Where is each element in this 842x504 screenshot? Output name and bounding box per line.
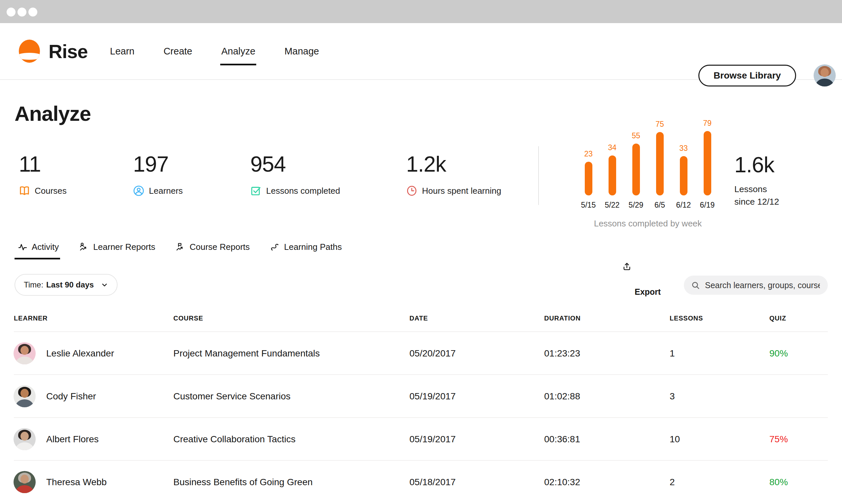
learner-name: Leslie Alexander [46, 332, 114, 375]
learner-avatar [14, 342, 36, 364]
bar [656, 132, 664, 195]
brand[interactable]: Rise [19, 23, 88, 79]
date-cell: 05/20/2017 [409, 332, 456, 375]
chart-bar-group[interactable]: 555/29 [624, 119, 648, 210]
column-header-lessons: LESSONS [670, 314, 703, 322]
tab-label: Activity [32, 242, 59, 252]
browse-library-button[interactable]: Browse Library [698, 65, 796, 87]
stat-courses: 11Courses [19, 153, 67, 196]
date-cell: 05/18/2017 [409, 461, 456, 504]
tab-learner-reports[interactable]: Learner Reports [79, 242, 155, 252]
duration-cell: 02:10:32 [544, 461, 580, 504]
time-filter-label: Time: [24, 280, 43, 289]
tab-learning-paths[interactable]: Learning Paths [270, 242, 342, 252]
table-row[interactable]: Leslie AlexanderProject Management Funda… [0, 332, 842, 375]
chart-bar-group[interactable]: 336/12 [671, 119, 695, 210]
bar-date-label: 5/15 [581, 201, 596, 210]
stat-label: Learners [149, 186, 183, 196]
lessons-cell: 2 [670, 461, 675, 504]
bar-date-label: 6/19 [700, 201, 715, 210]
bar-date-label: 5/22 [605, 201, 620, 210]
bar-date-label: 6/12 [676, 201, 691, 210]
nav-item-create[interactable]: Create [163, 46, 192, 57]
chart-summary: 1.6k Lessons since 12/12 [734, 154, 779, 208]
chevron-down-icon [101, 281, 108, 289]
learner-avatar [14, 428, 36, 450]
bar-value-label: 23 [584, 149, 593, 158]
window-control-dot[interactable] [29, 7, 37, 17]
bar-date-label: 6/5 [655, 201, 665, 210]
time-filter-dropdown[interactable]: Time: Last 90 days [15, 274, 118, 296]
stat-value: 954 [250, 153, 340, 175]
stat-hours-spent-learning: 1.2kHours spent learning [406, 153, 501, 196]
learner-name: Theresa Webb [46, 461, 107, 504]
chart-bar-group[interactable]: 345/22 [600, 119, 624, 210]
chart-bar-group[interactable]: 796/19 [695, 119, 719, 210]
window-titlebar [0, 0, 842, 23]
nav-item-analyze[interactable]: Analyze [221, 46, 255, 57]
stat-value: 1.2k [406, 153, 501, 175]
stat-label: Hours spent learning [422, 186, 501, 196]
chart-bar-group[interactable]: 235/15 [576, 119, 600, 210]
window-control-dot[interactable] [6, 7, 16, 17]
avatar-shirt [815, 78, 835, 87]
chart-bar-group[interactable]: 756/5 [648, 119, 671, 210]
table-row[interactable]: Theresa WebbBusiness Benefits of Going G… [0, 461, 842, 504]
upload-icon [622, 262, 632, 272]
brand-name: Rise [49, 40, 88, 62]
date-cell: 05/19/2017 [409, 418, 456, 461]
book-icon [19, 185, 30, 196]
lessons-cell: 10 [670, 418, 680, 461]
table-row[interactable]: Albert FloresCreative Collaboration Tact… [0, 418, 842, 461]
chart-summary-line2: since 12/12 [734, 195, 779, 208]
column-header-learner: LEARNER [14, 314, 48, 322]
bar [632, 144, 640, 195]
bar-value-label: 55 [632, 131, 640, 140]
page-title: Analyze [15, 102, 91, 125]
table-header: LEARNERCOURSEDATEDURATIONLESSONSQUIZ [0, 314, 842, 328]
learner-name: Albert Flores [46, 418, 99, 461]
window-control-dot[interactable] [18, 7, 26, 17]
chart-summary-label: Lessons since 12/12 [734, 183, 779, 208]
tab-label: Learner Reports [93, 242, 155, 252]
chart-summary-line1: Lessons [734, 183, 779, 195]
search-box [684, 275, 828, 295]
bar [585, 162, 592, 195]
column-header-duration: DURATION [544, 314, 580, 322]
learner-icon [133, 185, 144, 196]
main-nav: LearnCreateAnalyzeManage [110, 23, 319, 79]
quiz-score: 80% [769, 461, 788, 504]
tab-course-reports[interactable]: Course Reports [176, 242, 250, 252]
stat-learners: 197Learners [133, 153, 183, 196]
bar-value-label: 33 [679, 144, 688, 153]
learner-reports-icon [79, 242, 89, 252]
stat-value: 11 [19, 153, 67, 175]
stat-lessons-completed: 954Lessons completed [250, 153, 340, 196]
search-input[interactable] [704, 280, 821, 290]
rise-logo-icon [19, 40, 40, 63]
profile-avatar[interactable] [813, 65, 836, 87]
tab-label: Learning Paths [284, 242, 342, 252]
table-row[interactable]: Cody FisherCustomer Service Scenarios05/… [0, 375, 842, 418]
course-name: Creative Collaboration Tactics [173, 418, 295, 461]
chart-bars: 235/15345/22555/29756/5336/12796/19 [576, 119, 719, 210]
tab-activity[interactable]: Activity [18, 242, 59, 252]
bar [704, 131, 711, 195]
nav-item-manage[interactable]: Manage [284, 46, 319, 57]
quiz-score: 90% [769, 332, 788, 375]
stats-chart-divider [538, 146, 539, 205]
stat-label: Lessons completed [266, 186, 340, 196]
duration-cell: 00:36:81 [544, 418, 580, 461]
stat-value: 197 [133, 153, 183, 175]
bar-value-label: 34 [608, 143, 616, 152]
nav-item-learn[interactable]: Learn [110, 46, 135, 57]
duration-cell: 01:23:23 [544, 332, 580, 375]
column-header-date: DATE [409, 314, 428, 322]
column-header-course: COURSE [173, 314, 203, 322]
export-button[interactable]: Export [618, 261, 671, 300]
course-name: Customer Service Scenarios [173, 375, 290, 418]
stat-label: Courses [35, 186, 67, 196]
bar [680, 156, 687, 195]
quiz-score: 75% [769, 418, 788, 461]
course-reports-icon [176, 242, 185, 252]
